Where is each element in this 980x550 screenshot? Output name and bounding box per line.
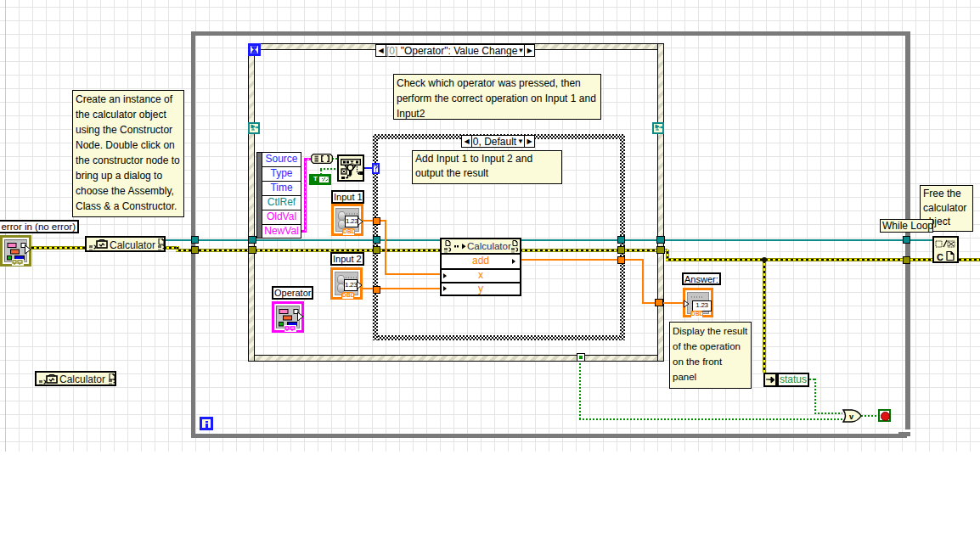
svg-text:v: v	[849, 412, 853, 421]
